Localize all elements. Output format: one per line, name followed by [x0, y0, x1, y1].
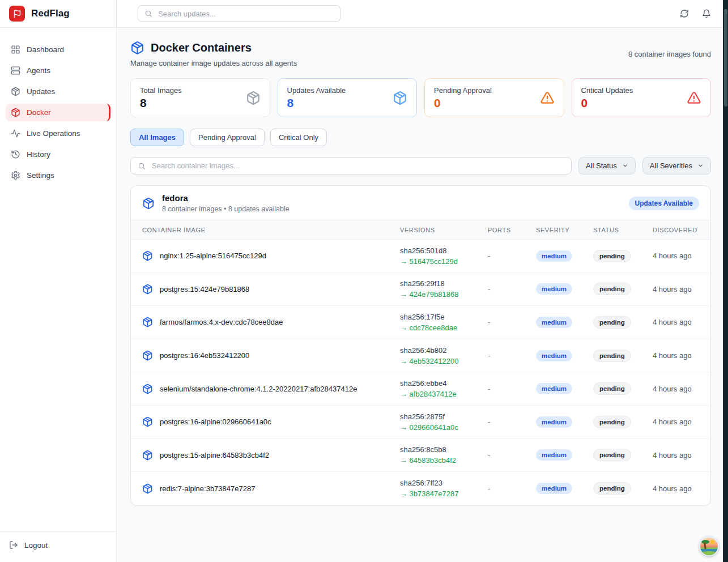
image-search-input[interactable] [151, 161, 564, 171]
discovered-value: 4 hours ago [653, 451, 699, 459]
status-badge: pending [593, 350, 631, 362]
table-row[interactable]: redis:7-alpine:3b73847e7287 sha256:7ff23… [131, 472, 710, 505]
bell-icon[interactable] [702, 9, 711, 18]
container-image-name: postgres:16-alpine:029660641a0c [160, 418, 271, 426]
discovered-value: 4 hours ago [653, 318, 699, 326]
table-row[interactable]: selenium/standalone-chrome:4.1.2-2022021… [131, 372, 710, 406]
table-row[interactable]: postgres:15-alpine:64583b3cb4f2 sha256:8… [131, 439, 710, 472]
col-header-versions: VERSIONS [400, 227, 488, 233]
container-box-icon [11, 108, 20, 117]
sidebar-item-label: Settings [27, 171, 54, 180]
sidebar-item-live-operations[interactable]: Live Operations [6, 125, 110, 142]
status-badge: pending [593, 382, 631, 395]
severity-badge: medium [536, 383, 572, 394]
sidebar-item-docker[interactable]: Docker [6, 104, 110, 121]
col-header-container-image: CONTAINER IMAGE [142, 227, 400, 233]
sidebar-item-settings[interactable]: Settings [6, 167, 110, 184]
sidebar-item-label: Docker [27, 108, 51, 117]
version-new: → 424e79b81868 [400, 290, 488, 299]
version-current: sha256:501d8 [400, 246, 488, 255]
severity-badge: medium [536, 483, 572, 494]
version-new: → 64583b3cb4f2 [400, 456, 488, 465]
page-scrollbar[interactable] [723, 0, 728, 562]
island-extension-icon[interactable] [699, 537, 719, 556]
table-row[interactable]: nginx:1.25-alpine:516475cc129d sha256:50… [131, 240, 710, 273]
version-new: → 029660641a0c [400, 423, 488, 432]
ports-value: - [488, 484, 536, 493]
updates-available-badge: Updates Available [629, 197, 699, 210]
tab-pending-approval[interactable]: Pending Approval [190, 129, 265, 146]
stat-value: 0 [434, 96, 492, 110]
table-row[interactable]: postgres:15:424e79b81868 sha256:29f18 → … [131, 273, 710, 306]
ports-value: - [488, 418, 536, 426]
table-row[interactable]: farmos/farmos:4.x-dev:cdc78cee8dae sha25… [131, 306, 710, 339]
refresh-icon[interactable] [680, 9, 689, 18]
severity-badge: medium [536, 317, 572, 328]
scrollbar-thumb[interactable] [724, 9, 727, 107]
image-search[interactable] [130, 157, 572, 174]
package-icon [246, 91, 261, 105]
version-current: sha256:29f18 [400, 279, 488, 288]
tab-all-images[interactable]: All Images [130, 129, 184, 146]
table-row[interactable]: postgres:16:4eb532412200 sha256:4b802 → … [131, 339, 710, 373]
alert-triangle-icon [687, 91, 701, 105]
global-search-input[interactable] [157, 9, 334, 19]
container-image-name: postgres:15:424e79b81868 [160, 285, 249, 293]
ports-value: - [488, 318, 536, 326]
topbar-actions [680, 9, 711, 18]
container-box-icon [142, 197, 155, 210]
container-box-icon [142, 350, 153, 361]
severity-badge: medium [536, 250, 572, 262]
filter-row: All Status All Severities [130, 157, 711, 174]
group-meta: 8 container images • 8 updates available [162, 205, 290, 213]
status-badge: pending [593, 250, 631, 262]
discovered-value: 4 hours ago [653, 252, 699, 260]
status-badge: pending [593, 449, 631, 461]
sidebar-item-dashboard[interactable]: Dashboard [6, 41, 110, 58]
sidebar: RedFlag Dashboard Agents Updates Docker … [0, 0, 117, 562]
chevron-down-icon [622, 163, 628, 169]
container-image-name: redis:7-alpine:3b73847e7287 [160, 484, 255, 493]
version-new: → cdc78cee8dae [400, 323, 488, 332]
container-box-icon [142, 250, 153, 261]
activity-pulse-icon [11, 129, 20, 138]
version-current: sha256:7ff23 [400, 479, 488, 487]
sidebar-item-label: Agents [27, 66, 50, 75]
search-icon [138, 162, 146, 170]
discovered-value: 4 hours ago [653, 418, 699, 426]
status-filter-select[interactable]: All Status [578, 157, 636, 174]
status-badge: pending [593, 283, 631, 295]
severity-filter-value: All Severities [650, 161, 692, 170]
app-window: RedFlag Dashboard Agents Updates Docker … [0, 0, 728, 562]
col-header-discovered: DISCOVERED [653, 227, 699, 233]
version-current: sha256:ebbe4 [400, 379, 488, 388]
container-image-name: postgres:15-alpine:64583b3cb4f2 [160, 451, 269, 459]
severity-filter-select[interactable]: All Severities [642, 157, 711, 174]
version-new: → 3b73847e7287 [400, 489, 488, 498]
version-current: sha256:8c5b8 [400, 445, 488, 454]
sidebar-item-agents[interactable]: Agents [6, 62, 110, 79]
table-row[interactable]: postgres:16-alpine:029660641a0c sha256:2… [131, 406, 710, 439]
status-badge: pending [593, 316, 631, 329]
sidebar-item-label: History [27, 150, 50, 159]
ports-value: - [488, 451, 536, 459]
alert-triangle-icon [540, 91, 555, 105]
container-image-name: postgres:16:4eb532412200 [160, 351, 249, 360]
container-box-icon [142, 450, 153, 461]
container-image-name: selenium/standalone-chrome:4.1.2-2022021… [160, 385, 357, 393]
sidebar-footer: Logout [0, 531, 116, 562]
package-icon [11, 87, 20, 96]
stat-card-pending-approval: Pending Approval 0 [424, 78, 564, 117]
tab-critical-only[interactable]: Critical Only [270, 129, 327, 146]
severity-badge: medium [536, 350, 572, 361]
stat-card-critical-updates: Critical Updates 0 [572, 78, 712, 117]
sidebar-item-label: Updates [27, 87, 55, 96]
page-subtitle: Manage container image updates across al… [130, 59, 297, 67]
history-clock-icon [11, 150, 20, 159]
page-content: Docker Containers Manage container image… [117, 28, 728, 562]
sidebar-item-updates[interactable]: Updates [6, 83, 110, 100]
stat-value: 0 [581, 96, 633, 110]
sidebar-item-history[interactable]: History [6, 146, 110, 163]
logout-button[interactable]: Logout [9, 540, 107, 550]
global-search[interactable] [138, 5, 340, 22]
